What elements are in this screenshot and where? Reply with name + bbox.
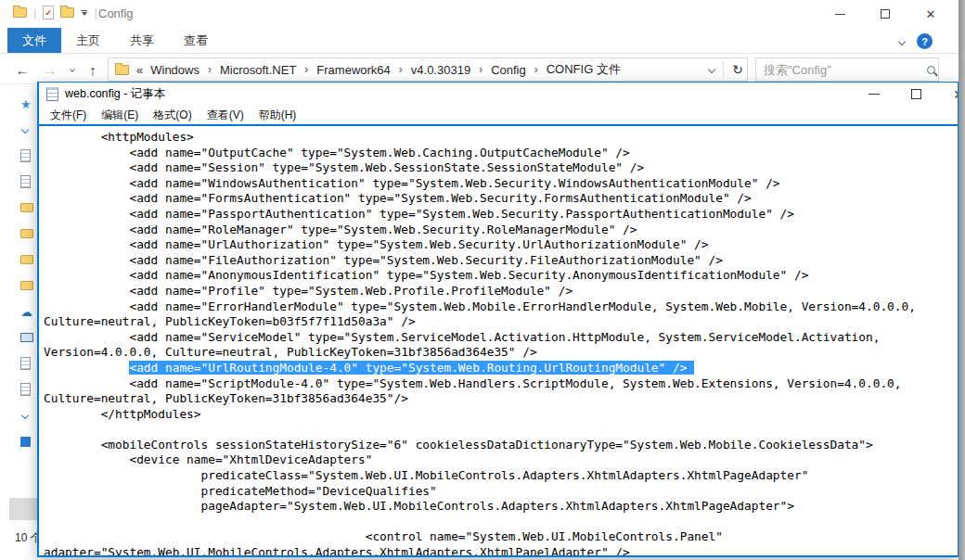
address-bar-row: ← → ↑ «Windows›Microsoft.NET›Framework64… [0,54,959,84]
config-line: <add name="Profile" type="System.Web.Pro… [44,284,958,299]
nav-chevron-icon [21,126,29,134]
minimize-button[interactable] [824,0,856,28]
notepad-titlebar[interactable]: web.config - 记事本 ✕ [39,83,958,106]
nav-item[interactable] [20,376,37,402]
new-folder-icon[interactable] [60,7,74,18]
tab-view[interactable]: 查看 [169,28,223,53]
nav-item[interactable] [20,169,37,195]
breadcrumb-item[interactable]: v4.0.30319 [407,61,474,79]
config-line: Culture=neutral, PublicKeyToken=b03f5f7f… [44,314,958,330]
tab-file[interactable]: 文件 [7,28,61,53]
config-line: <device name="XhtmlDeviceAdapters" [44,452,958,468]
nav-chevron-icon [21,412,29,419]
nav-folder-icon [20,229,33,238]
breadcrumb-item[interactable]: Framework64 [313,61,393,79]
notepad-close-button[interactable]: ✕ [945,83,959,106]
nav-item[interactable] [20,117,37,143]
menu-o[interactable]: 格式(O) [146,106,199,125]
maximize-button[interactable] [869,0,901,28]
config-line: <add name="UrlRoutingModule-4.0" type="S… [44,361,958,376]
menu-f[interactable]: 文件(F) [43,106,94,125]
notepad-text[interactable]: <httpModules> <add name="OutputCache" ty… [39,126,958,557]
maximize-icon [881,9,890,19]
notepad-maximize-button[interactable] [902,83,930,106]
minimize-icon [868,94,880,95]
config-line: </httpModules> [44,407,958,423]
nav-item[interactable] [20,195,37,221]
breadcrumb-separator-icon: › [532,63,541,76]
address-dropdown-chevron-icon[interactable] [708,66,715,73]
config-line: <add name="RoleManager" type="System.Web… [44,223,958,238]
config-line: predicateClass="System.Web.UI.MobileCont… [44,468,958,484]
config-line [44,515,958,530]
back-button[interactable]: ← [11,58,33,81]
breadcrumb-overflow[interactable]: « [135,61,145,79]
config-line: <add name="PassportAuthentication" type=… [44,207,958,223]
nav-folder-icon [20,255,33,264]
nav-item[interactable] [20,247,37,273]
close-button[interactable]: ✕ [915,0,946,28]
notepad-minimize-button[interactable] [860,83,888,106]
config-line: <add name="FileAuthorization" type="Syst… [44,253,958,269]
explorer-window-title: Config [98,6,134,20]
address-right-controls: ↻ [709,61,743,78]
nav-item[interactable] [20,350,37,376]
config-line: <add name="UrlAuthorization" type="Syste… [44,237,958,253]
menu-v[interactable]: 查看(V) [199,106,251,125]
forward-button[interactable]: → [39,58,61,81]
config-line: <add name="ScriptModule-4.0" type="Syste… [44,376,958,392]
breadcrumb-separator-icon: › [302,63,311,76]
config-line: <add name="Session" type="System.Web.Ses… [44,160,958,176]
refresh-icon[interactable]: ↻ [732,62,743,77]
notepad-window: web.config - 记事本 ✕ 文件(F)编辑(E)格式(O)查看(V)帮… [37,82,959,557]
customize-toolbar-dropdown-icon[interactable] [81,10,87,16]
maximize-icon [911,89,921,99]
nav-item[interactable]: ★ [20,91,37,117]
search-box[interactable] [755,57,939,82]
close-icon: ✕ [926,8,936,20]
config-line: <add name="AnonymousIdentification" type… [44,268,958,284]
history-chevron-icon[interactable] [61,58,84,81]
breadcrumb: «Windows›Microsoft.NET›Framework64›v4.0.… [135,59,703,80]
config-line: <control name="System.Web.UI.MobileContr… [44,529,958,545]
up-button[interactable]: ↑ [82,58,104,81]
config-line: <add name="OutputCache" type="System.Web… [44,146,958,161]
menu-h[interactable]: 帮助(H) [251,106,304,125]
breadcrumb-item[interactable]: Microsoft.NET [216,61,300,79]
nav-item[interactable] [20,325,37,350]
properties-check-icon[interactable]: ✓ [43,6,54,19]
nav-item[interactable] [20,143,37,169]
separator [723,61,724,78]
tab-home[interactable]: 主页 [61,28,115,53]
nav-item[interactable]: ☁ [20,299,37,325]
address-box[interactable]: «Windows›Microsoft.NET›Framework64›v4.0.… [108,57,748,82]
search-icon[interactable] [927,66,935,74]
nav-doc-icon [20,357,31,370]
breadcrumb-item[interactable]: Config [487,61,530,79]
breadcrumb-separator-icon: › [476,63,485,76]
nav-doc-icon [20,149,31,162]
nav-grid-icon [20,437,31,447]
selected-text: <add name="UrlRoutingModule-4.0" type="S… [129,361,694,375]
nav-item[interactable] [20,221,37,247]
help-icon[interactable]: ? [917,33,933,49]
nav-item[interactable] [20,402,37,428]
config-line: <add name="ServiceModel" type="System.Se… [44,330,958,346]
menu-e[interactable]: 编辑(E) [94,106,146,125]
breadcrumb-item[interactable]: Windows [147,61,203,79]
nav-selected-item[interactable] [9,498,37,520]
config-line: <mobileControls sessionStateHistorySize=… [44,438,958,453]
breadcrumb-item[interactable]: CONFIG 文件 [543,59,624,80]
nav-folder-icon [20,203,33,212]
config-line: <add name="WindowsAuthentication" type="… [44,176,958,192]
explorer-titlebar[interactable]: | ✓ | Config ✕ [0,0,959,28]
screen-edge-strip [959,0,965,560]
nav-item[interactable] [20,428,37,454]
nav-item[interactable] [20,273,37,299]
nav-monitor-icon [20,333,33,342]
tab-share[interactable]: 共享 [115,28,169,53]
search-input[interactable] [764,63,927,77]
folder-icon[interactable] [13,7,27,18]
config-line: <add name="ErrorHandlerModule" type="Sys… [44,299,958,315]
ribbon-collapse-chevron-icon[interactable] [898,37,906,45]
